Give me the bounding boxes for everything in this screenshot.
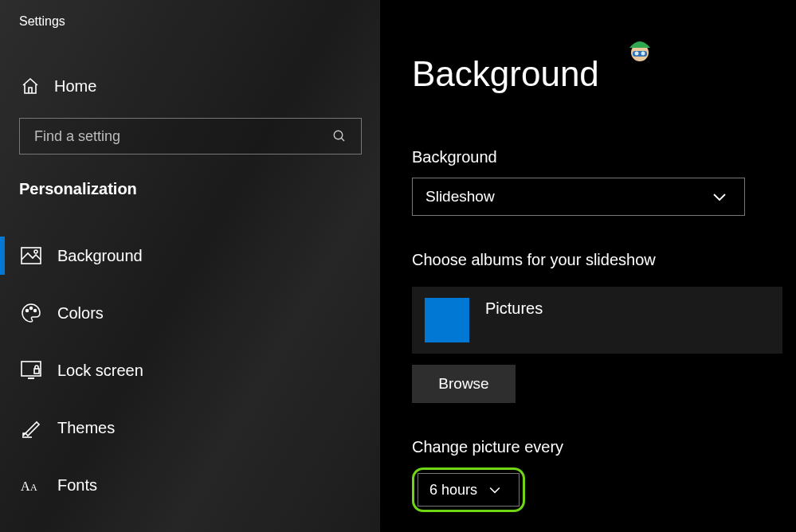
content-pane: Background Background Slideshow Choose a… xyxy=(380,0,796,532)
svg-rect-8 xyxy=(28,377,34,379)
album-name: Pictures xyxy=(485,298,543,318)
album-item[interactable]: Pictures xyxy=(412,287,782,354)
svg-text:A: A xyxy=(21,479,30,493)
sidebar-home[interactable]: Home xyxy=(0,76,380,96)
sidebar-item-label: Colors xyxy=(57,304,104,323)
svg-text:A: A xyxy=(30,482,37,493)
themes-icon xyxy=(21,417,41,438)
svg-point-0 xyxy=(334,131,343,139)
browse-button[interactable]: Browse xyxy=(412,365,516,403)
picture-icon xyxy=(21,245,41,266)
interval-select-value: 6 hours xyxy=(429,482,477,499)
interval-select[interactable]: 6 hours xyxy=(418,473,520,507)
interval-label: Change picture every xyxy=(412,438,796,456)
palette-icon xyxy=(21,303,41,323)
home-icon xyxy=(21,76,40,96)
sidebar-item-colors[interactable]: Colors xyxy=(0,284,380,342)
search-box[interactable] xyxy=(19,118,362,155)
search-input[interactable] xyxy=(34,128,313,145)
browse-button-label: Browse xyxy=(438,375,488,393)
sidebar-item-label: Fonts xyxy=(57,476,97,495)
app-title: Settings xyxy=(0,0,380,29)
sidebar-home-label: Home xyxy=(54,77,96,96)
search-icon xyxy=(332,129,347,143)
svg-point-5 xyxy=(30,307,33,310)
sidebar: Settings Home Personalization xyxy=(0,0,380,532)
chevron-down-icon xyxy=(712,192,727,201)
album-thumbnail xyxy=(425,298,469,342)
sidebar-item-background[interactable]: Background xyxy=(0,227,380,284)
svg-point-6 xyxy=(34,310,37,312)
sidebar-item-themes[interactable]: Themes xyxy=(0,399,380,456)
chevron-down-icon xyxy=(488,486,501,494)
fonts-icon: A A xyxy=(21,475,41,495)
sidebar-item-fonts[interactable]: A A Fonts xyxy=(0,456,380,514)
sidebar-item-lock-screen[interactable]: Lock screen xyxy=(0,342,380,399)
svg-rect-9 xyxy=(34,369,39,374)
background-select-value: Slideshow xyxy=(425,188,495,205)
albums-label: Choose albums for your slideshow xyxy=(412,251,796,269)
avatar xyxy=(623,33,657,67)
svg-line-1 xyxy=(341,138,344,141)
sidebar-section-header: Personalization xyxy=(0,155,380,198)
svg-point-4 xyxy=(26,310,29,312)
svg-point-16 xyxy=(641,52,645,56)
background-select[interactable]: Slideshow xyxy=(412,178,745,216)
svg-point-3 xyxy=(34,250,37,253)
svg-point-15 xyxy=(635,52,639,56)
background-label: Background xyxy=(412,148,796,166)
interval-highlight: 6 hours xyxy=(412,467,525,512)
sidebar-nav: Background Colors xyxy=(0,227,380,514)
sidebar-item-label: Themes xyxy=(57,419,115,437)
sidebar-item-label: Lock screen xyxy=(57,362,143,380)
page-title: Background xyxy=(412,54,796,94)
sidebar-item-label: Background xyxy=(57,247,143,265)
lock-screen-icon xyxy=(21,360,41,381)
